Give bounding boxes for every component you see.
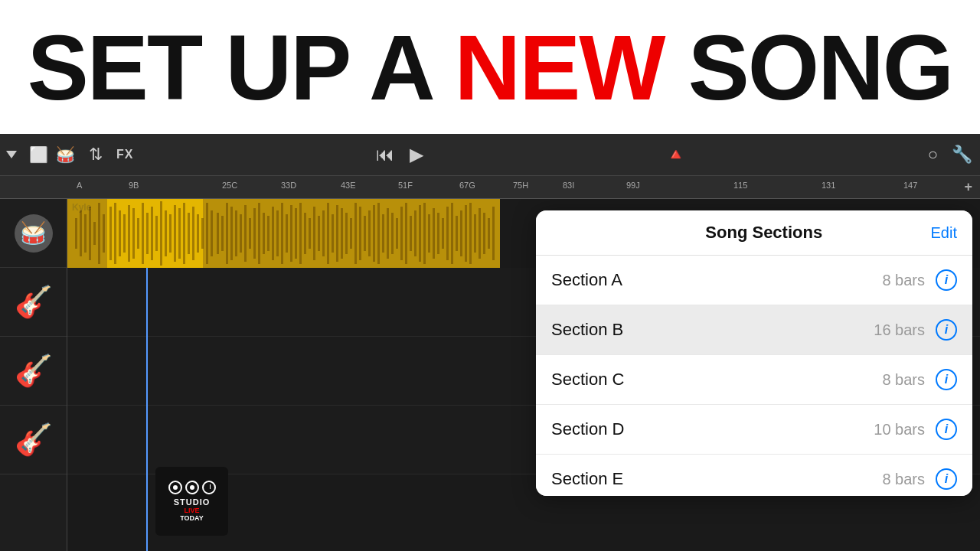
svg-rect-7 xyxy=(98,203,100,264)
studio-text-studio: STUDIO xyxy=(174,497,211,507)
ruler-mark-75h: 75H xyxy=(513,181,528,190)
song-sections-panel: Song Sections Edit Section A 8 bars i Se… xyxy=(536,210,972,496)
svg-rect-84 xyxy=(456,216,458,251)
svg-rect-74 xyxy=(410,216,412,251)
section-e-info-button[interactable]: i xyxy=(936,468,957,490)
section-row-d[interactable]: Section D 10 bars i xyxy=(536,405,972,455)
ruler-mark-147: 147 xyxy=(903,181,917,190)
ruler-mark-83i: 83I xyxy=(563,181,574,190)
edit-button[interactable]: Edit xyxy=(931,224,957,242)
svg-rect-12 xyxy=(123,214,126,253)
main-title: Set up a NEW Song xyxy=(28,21,952,113)
section-e-bars: 8 bars xyxy=(882,471,925,488)
svg-rect-64 xyxy=(364,216,366,251)
drummer-icon[interactable]: 🥁 xyxy=(56,145,75,164)
svg-rect-67 xyxy=(377,203,380,264)
svg-rect-91 xyxy=(488,218,490,249)
svg-rect-57 xyxy=(332,214,334,253)
svg-rect-52 xyxy=(309,218,311,249)
svg-rect-49 xyxy=(295,208,297,259)
studio-logo-icons xyxy=(168,481,216,494)
svg-rect-34 xyxy=(226,203,228,264)
svg-rect-29 xyxy=(201,218,204,249)
svg-rect-92 xyxy=(492,207,495,260)
add-section-button[interactable]: + xyxy=(964,179,972,195)
section-a-info-button[interactable]: i xyxy=(936,269,957,291)
svg-rect-88 xyxy=(474,214,476,253)
svg-rect-56 xyxy=(327,203,329,264)
fx-button[interactable]: FX xyxy=(116,148,133,161)
ruler-mark-51f: 51F xyxy=(398,181,413,190)
daw-section: ⬜ 🥁 ⇅ FX ⏮ ▶ 🔺 ○ 🔧 A 9B 25C 33D 43E 51F … xyxy=(0,134,980,551)
panel-header: Song Sections Edit xyxy=(536,210,972,256)
ruler-mark-9b: 9B xyxy=(129,181,139,190)
svg-rect-5 xyxy=(89,207,91,260)
svg-rect-69 xyxy=(387,208,389,259)
logo-clock-icon xyxy=(202,481,216,494)
ruler-mark-33d: 33D xyxy=(281,181,296,190)
toolbar: ⬜ 🥁 ⇅ FX ⏮ ▶ 🔺 ○ 🔧 xyxy=(0,134,980,176)
waveform-region[interactable]: Kyle xyxy=(67,199,500,268)
rewind-button[interactable]: ⏮ xyxy=(376,144,394,165)
title-suffix: Song xyxy=(664,16,952,119)
logo-headphone-icon xyxy=(185,481,199,494)
mixer-icon[interactable]: ⇅ xyxy=(89,145,103,165)
drum-kit-icon: 🥁 xyxy=(15,214,53,253)
wrench-icon[interactable]: 🔧 xyxy=(952,145,972,165)
section-c-info-button[interactable]: i xyxy=(936,369,957,390)
section-b-bars: 16 bars xyxy=(874,321,925,339)
svg-rect-2 xyxy=(75,218,77,249)
svg-rect-46 xyxy=(281,203,283,264)
tracks-icon[interactable]: ⬜ xyxy=(29,145,48,164)
svg-rect-8 xyxy=(103,214,105,253)
svg-rect-50 xyxy=(299,203,302,264)
svg-rect-60 xyxy=(345,213,348,254)
title-highlight: NEW xyxy=(455,16,665,119)
svg-rect-27 xyxy=(192,207,194,260)
svg-rect-45 xyxy=(276,210,279,256)
section-a-name: Section A xyxy=(551,270,882,290)
track-guitar-2[interactable]: 🎸 xyxy=(0,337,67,406)
section-b-info-button[interactable]: i xyxy=(936,319,957,341)
metronome-icon[interactable]: 🔺 xyxy=(665,145,686,165)
transport-controls: ⏮ ▶ xyxy=(376,144,423,165)
track-guitar-1[interactable]: 🎸 xyxy=(0,268,67,337)
svg-rect-40 xyxy=(253,208,256,259)
svg-rect-73 xyxy=(405,203,407,264)
track-content: Kyle xyxy=(67,199,980,551)
svg-rect-44 xyxy=(272,207,274,260)
svg-rect-71 xyxy=(396,218,398,249)
section-d-info-button[interactable]: i xyxy=(936,419,957,440)
track-list: 🥁 🎸 🎸 🎸 xyxy=(0,199,67,551)
section-row-b[interactable]: Section B 16 bars i xyxy=(536,305,972,355)
ruler-mark-131: 131 xyxy=(822,181,835,190)
svg-rect-58 xyxy=(336,205,338,262)
track-drums[interactable]: 🥁 xyxy=(0,199,67,268)
svg-rect-89 xyxy=(479,208,481,259)
section-b-name: Section B xyxy=(551,320,874,340)
search-icon[interactable]: ○ xyxy=(928,145,938,165)
svg-rect-80 xyxy=(437,213,439,254)
svg-rect-6 xyxy=(93,222,96,245)
section-row-e[interactable]: Section E 8 bars i xyxy=(536,455,972,496)
studio-live-row: LIVE xyxy=(184,507,199,514)
svg-rect-39 xyxy=(249,218,251,249)
logo-record-icon xyxy=(168,481,182,494)
guitar-3-icon: 🎸 xyxy=(15,422,53,458)
svg-rect-23 xyxy=(174,205,176,262)
svg-rect-25 xyxy=(183,203,185,264)
section-row-a[interactable]: Section A 8 bars i xyxy=(536,256,972,305)
svg-rect-48 xyxy=(290,205,292,262)
panel-title: Song Sections xyxy=(597,223,931,243)
waveform-visualization xyxy=(67,199,500,268)
section-row-c[interactable]: Section C 8 bars i xyxy=(536,355,972,405)
svg-rect-76 xyxy=(419,205,421,262)
dropdown-icon[interactable] xyxy=(6,151,17,158)
play-button[interactable]: ▶ xyxy=(410,144,423,165)
svg-rect-87 xyxy=(469,203,472,264)
guitar-2-icon: 🎸 xyxy=(15,353,53,389)
svg-rect-68 xyxy=(382,214,384,253)
svg-rect-38 xyxy=(244,205,247,262)
svg-rect-35 xyxy=(230,207,233,260)
track-guitar-3[interactable]: 🎸 xyxy=(0,406,67,474)
